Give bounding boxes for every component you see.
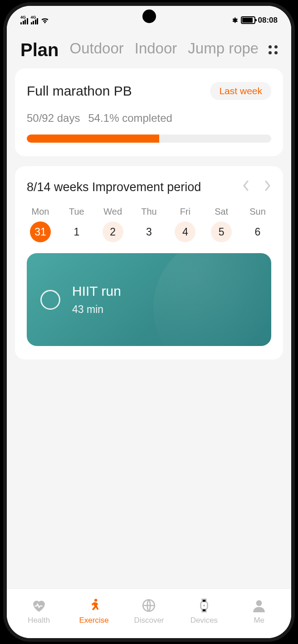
period-prev-button[interactable] xyxy=(242,180,249,195)
day-number: 2 xyxy=(103,221,123,242)
workout-title: HIIT run xyxy=(72,284,121,299)
person-icon xyxy=(232,597,287,614)
nav-discover[interactable]: Discover xyxy=(122,597,176,625)
plan-summary-card[interactable]: Full marathon PB Last week 50/92 days 54… xyxy=(15,68,283,156)
workout-status-circle-icon xyxy=(40,290,60,310)
nav-label: Me xyxy=(232,616,287,625)
day-label: Fri xyxy=(171,207,199,217)
day-label: Mon xyxy=(27,207,54,217)
phone-frame: 4G 4G ✱ 08:08 PlanOutdoorIndoorJump rope xyxy=(3,2,295,642)
plan-subline: 50/92 days 54.1% completed xyxy=(27,112,271,125)
day-thu[interactable]: Thu3 xyxy=(135,207,162,242)
nav-label: Discover xyxy=(122,616,176,625)
day-number: 6 xyxy=(247,221,268,242)
svg-point-4 xyxy=(256,600,262,606)
plan-days-text: 50/92 days xyxy=(27,112,80,125)
tab-plan[interactable]: Plan xyxy=(20,40,59,60)
tab-indoor[interactable]: Indoor xyxy=(135,40,177,60)
nav-devices[interactable]: Devices xyxy=(176,597,231,625)
day-number: 31 xyxy=(30,221,51,242)
chevron-right-icon xyxy=(264,180,271,192)
svg-point-0 xyxy=(94,599,97,601)
day-fri[interactable]: Fri4 xyxy=(171,207,199,242)
day-wed[interactable]: Wed2 xyxy=(99,207,127,242)
chevron-left-icon xyxy=(242,180,249,192)
plan-title: Full marathon PB xyxy=(27,83,132,99)
plan-completed-text: 54.1% completed xyxy=(88,112,172,125)
day-sun[interactable]: Sun6 xyxy=(244,207,271,242)
day-label: Sat xyxy=(208,207,235,217)
svg-point-3 xyxy=(203,604,205,606)
cellular-signal-1: 4G xyxy=(20,16,28,24)
plan-period-badge[interactable]: Last week xyxy=(210,82,271,100)
clock-time: 08:08 xyxy=(258,16,278,25)
daily-workout-card[interactable]: HIIT run 43 min xyxy=(27,253,271,346)
day-label: Thu xyxy=(135,207,162,217)
cellular-1-label: 4G xyxy=(20,15,26,19)
nav-label: Devices xyxy=(176,616,231,625)
heart-icon xyxy=(11,597,66,614)
grid-dots-icon xyxy=(269,45,278,54)
more-tabs-button[interactable] xyxy=(255,31,291,68)
front-camera-notch xyxy=(142,10,156,23)
screen: 4G 4G ✱ 08:08 PlanOutdoorIndoorJump rope xyxy=(7,6,291,638)
wifi-icon xyxy=(41,17,49,24)
content-scroll[interactable]: Full marathon PB Last week 50/92 days 54… xyxy=(7,68,291,588)
day-label: Sun xyxy=(244,207,271,217)
day-number: 5 xyxy=(211,221,232,242)
top-tabs: PlanOutdoorIndoorJump rope xyxy=(7,31,291,68)
cellular-signal-2: 4G xyxy=(31,16,39,24)
cellular-2-label: 4G xyxy=(31,15,36,19)
workout-duration: 43 min xyxy=(72,303,121,316)
watch-icon xyxy=(176,597,231,614)
nav-exercise[interactable]: Exercise xyxy=(66,597,121,625)
tab-outdoor[interactable]: Outdoor xyxy=(69,40,123,60)
day-mon[interactable]: Mon31 xyxy=(27,207,54,242)
period-title: 8/14 weeks Improvement period xyxy=(27,180,201,194)
training-period-card: 8/14 weeks Improvement period Mon31Tue1W… xyxy=(15,166,283,360)
tab-jump-rope[interactable]: Jump rope xyxy=(188,40,259,60)
plan-progress-fill xyxy=(27,135,159,143)
runner-icon xyxy=(66,597,121,614)
globe-icon xyxy=(122,597,176,614)
nav-label: Health xyxy=(11,616,66,625)
status-right: ✱ 08:08 xyxy=(232,16,278,25)
day-label: Wed xyxy=(99,207,127,217)
day-tue[interactable]: Tue1 xyxy=(63,207,90,242)
day-number: 1 xyxy=(66,221,87,242)
nav-label: Exercise xyxy=(66,616,121,625)
day-sat[interactable]: Sat5 xyxy=(208,207,235,242)
nav-health[interactable]: Health xyxy=(11,597,66,625)
battery-icon xyxy=(241,16,255,24)
day-number: 3 xyxy=(138,221,159,242)
nav-me[interactable]: Me xyxy=(232,597,287,625)
day-number: 4 xyxy=(175,221,195,242)
week-day-row: Mon31Tue1Wed2Thu3Fri4Sat5Sun6 xyxy=(27,207,271,242)
bottom-nav: HealthExerciseDiscoverDevicesMe xyxy=(7,588,291,638)
bluetooth-icon: ✱ xyxy=(232,16,238,24)
period-next-button[interactable] xyxy=(264,180,271,195)
day-label: Tue xyxy=(63,207,90,217)
status-left: 4G 4G xyxy=(20,16,49,24)
plan-progress-track xyxy=(27,135,271,143)
